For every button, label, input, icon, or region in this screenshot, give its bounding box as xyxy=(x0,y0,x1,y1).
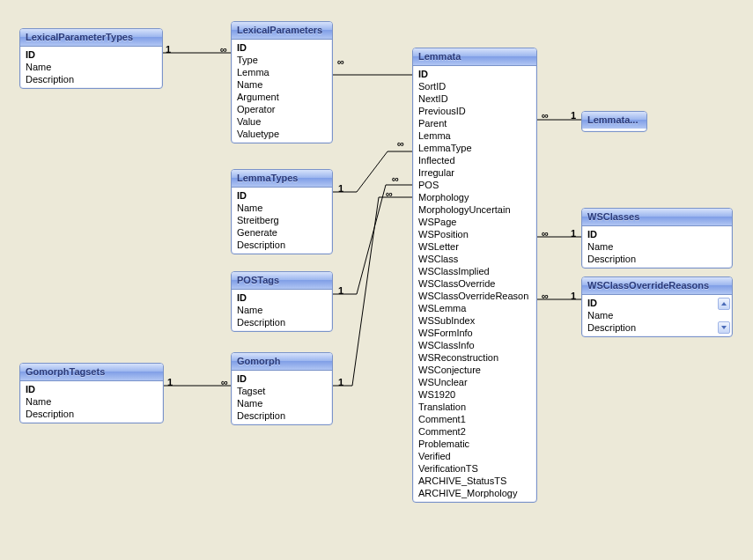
field[interactable]: MorphologyUncertain xyxy=(413,203,536,216)
field[interactable]: WSClassOverride xyxy=(413,277,536,290)
field[interactable]: WS1920 xyxy=(413,388,536,401)
field[interactable]: NextID xyxy=(413,92,536,105)
table-header[interactable]: Gomorph xyxy=(232,353,332,371)
field[interactable]: Comment1 xyxy=(413,413,536,425)
table-header[interactable]: WSClassOverrideReasons xyxy=(582,277,732,295)
table-lemmata-ref[interactable]: Lemmata... xyxy=(581,111,647,132)
field-id[interactable]: ID xyxy=(232,291,332,304)
field[interactable]: ARCHIVE_Morphology xyxy=(413,487,536,499)
field[interactable]: LemmaType xyxy=(413,142,536,154)
table-gomorphtagsets[interactable]: GomorphTagsets ID Name Description xyxy=(19,363,164,424)
field[interactable]: Operator xyxy=(232,103,332,115)
field-id[interactable]: ID xyxy=(232,372,332,385)
field[interactable]: Type xyxy=(232,54,332,66)
table-body: ID Name Streitberg Generate Description xyxy=(232,188,332,254)
field[interactable]: WSClass xyxy=(413,253,536,265)
field[interactable]: Value xyxy=(232,115,332,128)
field[interactable]: WSClassImplied xyxy=(413,265,536,277)
field[interactable]: Irregular xyxy=(413,166,536,179)
table-header[interactable]: Lemmata... xyxy=(582,112,646,129)
field[interactable]: Description xyxy=(582,321,716,334)
field[interactable]: WSFormInfo xyxy=(413,327,536,339)
cardinality-one: 1 xyxy=(571,291,576,301)
table-header[interactable]: LemmaTypes xyxy=(232,170,332,188)
field[interactable]: ID xyxy=(413,68,536,80)
table-header[interactable]: WSClasses xyxy=(582,209,732,226)
field-name[interactable]: Name xyxy=(20,61,162,73)
field[interactable]: Description xyxy=(582,253,732,265)
field[interactable]: WSLemma xyxy=(413,302,536,314)
table-header[interactable]: POSTags xyxy=(232,272,332,290)
table-header[interactable]: GomorphTagsets xyxy=(20,364,163,381)
table-body: ID Name Description xyxy=(20,47,162,88)
cardinality-many: ∞ xyxy=(337,56,344,67)
table-gomorph[interactable]: Gomorph ID Tagset Name Description xyxy=(231,352,333,425)
table-header[interactable]: LexicalParameters xyxy=(232,22,332,40)
field-id[interactable]: ID xyxy=(582,297,716,309)
table-body: IDSortIDNextIDPreviousIDParentLemmaLemma… xyxy=(413,66,536,502)
field[interactable]: Inflected xyxy=(413,154,536,166)
table-lemmatypes[interactable]: LemmaTypes ID Name Streitberg Generate D… xyxy=(231,169,333,254)
table-lemmata[interactable]: Lemmata IDSortIDNextIDPreviousIDParentLe… xyxy=(412,48,537,503)
field-id[interactable]: ID xyxy=(20,48,162,61)
field[interactable]: WSReconstruction xyxy=(413,351,536,364)
field-id[interactable]: ID xyxy=(232,189,332,202)
field[interactable]: Name xyxy=(232,397,332,409)
field[interactable]: POS xyxy=(413,179,536,191)
field[interactable]: Name xyxy=(232,78,332,91)
field[interactable]: Name xyxy=(20,395,163,408)
table-header[interactable]: LexicalParameterTypes xyxy=(20,29,162,47)
field[interactable]: Name xyxy=(232,304,332,316)
cardinality-one: 1 xyxy=(571,228,576,239)
field[interactable]: Name xyxy=(582,240,732,253)
field[interactable]: Name xyxy=(232,202,332,214)
field[interactable]: Translation xyxy=(413,401,536,413)
field[interactable]: WSUnclear xyxy=(413,376,536,388)
cardinality-one: 1 xyxy=(338,377,343,387)
scroll-down-icon[interactable] xyxy=(718,321,730,334)
field[interactable]: WSSubIndex xyxy=(413,314,536,327)
field[interactable]: Parent xyxy=(413,117,536,129)
table-lexicalparametertypes[interactable]: LexicalParameterTypes ID Name Descriptio… xyxy=(19,28,163,89)
field-id[interactable]: ID xyxy=(20,383,163,395)
field-id[interactable]: ID xyxy=(232,41,332,54)
field[interactable]: VerificationTS xyxy=(413,462,536,475)
table-wsclasses[interactable]: WSClasses ID Name Description xyxy=(581,208,733,269)
field[interactable]: Description xyxy=(232,409,332,422)
field[interactable]: ARCHIVE_StatusTS xyxy=(413,475,536,487)
table-header[interactable]: Lemmata xyxy=(413,48,536,66)
field[interactable]: Comment2 xyxy=(413,425,536,438)
scroll-up-icon[interactable] xyxy=(718,298,730,310)
field[interactable]: Lemma xyxy=(232,66,332,78)
field[interactable]: WSConjecture xyxy=(413,364,536,376)
table-lexicalparameters[interactable]: LexicalParameters ID Type Lemma Name Arg… xyxy=(231,21,333,144)
field[interactable]: Argument xyxy=(232,91,332,103)
field[interactable]: Generate xyxy=(232,226,332,239)
field[interactable]: WSClassInfo xyxy=(413,339,536,351)
cardinality-many: ∞ xyxy=(392,173,399,184)
field[interactable]: WSPosition xyxy=(413,228,536,240)
field[interactable]: WSClassOverrideReason xyxy=(413,290,536,302)
field-id[interactable]: ID xyxy=(582,228,732,240)
cardinality-many: ∞ xyxy=(542,291,549,301)
table-body: ID Name Description xyxy=(232,290,332,331)
field[interactable]: Lemma xyxy=(413,129,536,142)
field[interactable]: Description xyxy=(232,239,332,251)
table-wsclassoverridereasons[interactable]: WSClassOverrideReasons ID Name Descripti… xyxy=(581,276,733,337)
field[interactable]: Valuetype xyxy=(232,128,332,140)
field-description[interactable]: Description xyxy=(20,73,162,85)
field[interactable]: WSLetter xyxy=(413,240,536,253)
field[interactable]: Name xyxy=(582,309,716,321)
field[interactable]: Verified xyxy=(413,450,536,462)
field[interactable]: SortID xyxy=(413,80,536,92)
field[interactable]: Problematic xyxy=(413,438,536,450)
field[interactable]: Description xyxy=(20,408,163,420)
table-postags[interactable]: POSTags ID Name Description xyxy=(231,271,333,332)
field[interactable]: WSPage xyxy=(413,216,536,228)
field[interactable]: Morphology xyxy=(413,191,536,203)
field[interactable]: Tagset xyxy=(232,385,332,397)
field[interactable]: PreviousID xyxy=(413,105,536,117)
field[interactable]: Description xyxy=(232,316,332,328)
field[interactable]: Streitberg xyxy=(232,214,332,226)
diagram-canvas[interactable]: LexicalParameterTypes ID Name Descriptio… xyxy=(0,0,753,560)
